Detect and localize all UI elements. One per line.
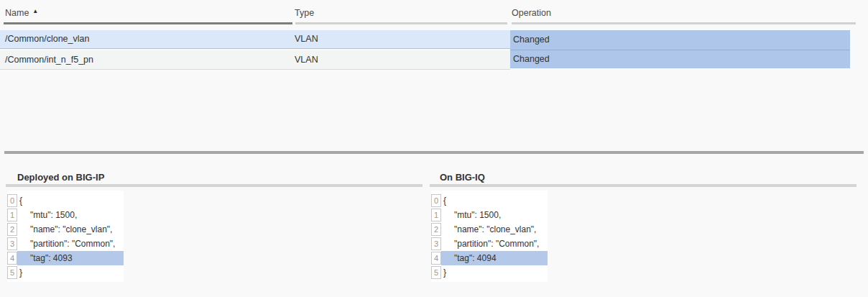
column-header-name-label: Name [5,8,29,18]
code-line: 0 { [431,193,548,208]
operation-cells-block [510,30,850,68]
row-type-cell: VLAN [295,30,318,48]
line-number: 3 [7,237,17,250]
column-header-operation[interactable]: Operation [512,8,551,18]
header-underline-name [4,22,292,24]
line-number: 4 [7,252,17,265]
line-number: 2 [7,223,17,236]
section-divider [4,151,864,154]
line-number: 2 [431,223,441,236]
code-line-diff-highlight: 4 "tag": 4094 [431,251,548,265]
line-content: { [441,193,548,208]
line-content: "name": "clone_vlan", [17,222,124,237]
column-header-operation-label: Operation [512,8,551,18]
code-line: 3 "partition": "Common", [431,237,548,251]
bigiq-panel-underline [430,184,857,187]
code-line: 2 "name": "clone_vlan", [7,222,124,237]
row-name-cell: /Common/clone_vlan [5,30,89,48]
line-number: 0 [7,194,17,207]
sort-ascending-icon: ▲ [32,8,38,14]
row-name-cell: /Common/int_n_f5_pn [5,50,93,69]
operation-cells-divider [510,50,850,50]
code-line: 1 "mtu": 1500, [7,208,124,222]
line-content: "tag": 4093 [17,251,124,265]
code-line: 5 } [7,265,124,280]
bigip-panel-title: Deployed on BIG-IP [17,172,104,183]
code-line: 1 "mtu": 1500, [431,208,548,222]
bigip-json-viewer: 0 { 1 "mtu": 1500, 2 "name": "clone_vlan… [7,191,124,282]
column-header-type-label: Type [295,8,314,18]
line-number: 5 [431,266,441,279]
line-number: 0 [431,194,441,207]
bigiq-panel-title: On BIG-IQ [440,172,485,183]
row-operation-cell: Changed [513,30,550,49]
line-content: "partition": "Common", [441,237,548,251]
line-content: "partition": "Common", [17,237,124,251]
line-content: "name": "clone_vlan", [441,222,548,237]
code-line: 2 "name": "clone_vlan", [431,222,548,237]
column-header-type[interactable]: Type [295,8,314,18]
row-type-cell: VLAN [295,50,318,69]
code-line-diff-highlight: 4 "tag": 4093 [7,251,124,265]
line-number: 4 [431,252,441,265]
line-number: 1 [431,209,441,221]
header-underline-type [295,22,507,24]
line-content: "mtu": 1500, [17,208,124,222]
code-line: 5 } [431,265,548,280]
bigiq-json-viewer: 0 { 1 "mtu": 1500, 2 "name": "clone_vlan… [431,191,548,282]
line-content: "tag": 4094 [441,251,548,265]
column-header-name[interactable]: Name▲ [5,8,38,18]
code-line: 0 { [7,193,124,208]
line-number: 1 [7,209,17,221]
line-content: } [17,265,124,280]
line-content: "mtu": 1500, [441,208,548,222]
line-content: } [441,265,548,280]
bigip-panel-underline [6,184,423,187]
line-content: { [17,193,124,208]
line-number: 3 [431,237,441,250]
device-changes-diff-screen: Name▲ Type Operation /Common/clone_vlan … [0,0,868,297]
header-underline-operation [512,22,856,24]
line-number: 5 [7,266,17,279]
row-operation-cell: Changed [513,50,550,68]
code-line: 3 "partition": "Common", [7,237,124,251]
